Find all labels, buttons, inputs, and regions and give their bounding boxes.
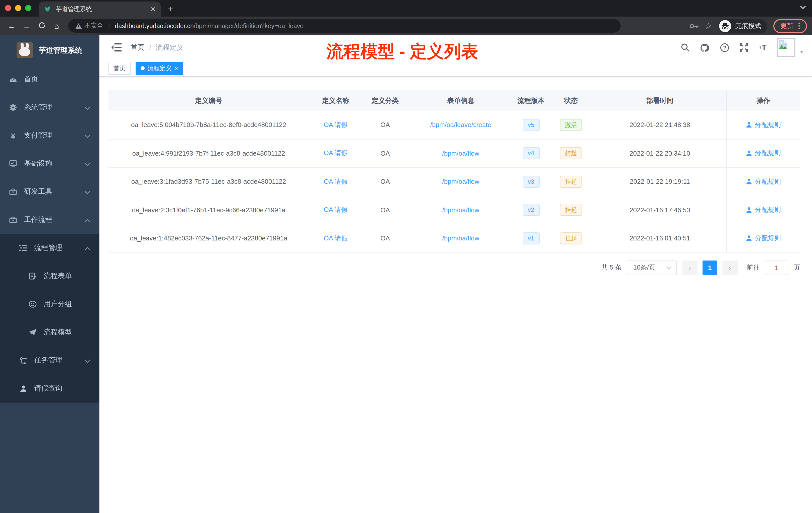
deploy-time: 2022-01-16 17:46:53 — [593, 206, 726, 214]
tab-search-chevron-icon[interactable] — [800, 4, 806, 11]
chevron-down-icon — [84, 160, 90, 168]
incognito-icon — [719, 20, 731, 32]
gear-icon — [9, 103, 17, 112]
definition-name-link[interactable]: OA 请假 — [324, 234, 348, 242]
status-badge: 挂起 — [560, 176, 582, 188]
chevron-down-icon — [84, 188, 90, 196]
key-icon[interactable] — [690, 22, 698, 30]
page-size-value: 10条/页 — [633, 263, 666, 272]
definition-name-link[interactable]: OA 请假 — [324, 149, 348, 157]
version-badge: v1 — [522, 233, 540, 244]
screenshot-stage: 芋道管理系统 ✕ + ← → ⌂ 不安全 | dashboard.yudao.i… — [0, 0, 812, 513]
goto-label: 前往 — [747, 263, 760, 272]
browser-tab-strip: 芋道管理系统 ✕ + — [0, 0, 812, 17]
sidebar-item-workflow[interactable]: 工作流程 — [0, 206, 99, 234]
update-button[interactable]: 更新 — [773, 19, 807, 33]
github-icon[interactable] — [700, 43, 709, 52]
sidebar-item-payment[interactable]: ¥ 支付管理 — [0, 121, 99, 150]
address-bar[interactable]: 不安全 | dashboard.yudao.iocoder.cn/bpm/man… — [68, 19, 621, 33]
reload-icon[interactable] — [35, 21, 48, 30]
sidebar-item-dev-tools[interactable]: 研发工具 — [0, 178, 99, 206]
deploy-time: 2022-01-22 19:19:11 — [593, 178, 726, 185]
toolbox-icon — [9, 188, 17, 196]
form-link[interactable]: /bpm/oa/leave/create — [430, 121, 491, 129]
sidebar-item-process-management[interactable]: 流程管理 — [0, 234, 99, 262]
sidebar-item-label: 工作流程 — [24, 215, 52, 224]
tag-home[interactable]: 首页 — [109, 62, 130, 75]
broken-image-icon — [779, 40, 788, 50]
assign-rule-link[interactable]: 分配规则 — [746, 206, 781, 215]
sidebar-item-home[interactable]: 首页 — [0, 65, 99, 93]
toolbox-icon — [9, 216, 17, 224]
definition-name-link[interactable]: OA 请假 — [324, 121, 348, 128]
maximize-window-button[interactable] — [25, 5, 31, 11]
window-controls — [5, 5, 31, 11]
page-size-select[interactable]: 10条/页 — [627, 260, 677, 275]
assign-rule-link[interactable]: 分配规则 — [746, 234, 781, 243]
url-host: dashboard.yudao.iocoder.cn — [115, 22, 194, 29]
page-content: 定义编号 定义名称 定义分类 表单信息 流程版本 状态 部署时间 操作 oa_l… — [99, 77, 812, 513]
assign-rule-link[interactable]: 分配规则 — [746, 177, 781, 186]
definition-name-link[interactable]: OA 请假 — [324, 178, 348, 185]
definition-category: OA — [362, 206, 408, 214]
col-header: 定义编号 — [109, 96, 309, 105]
sidebar-item-process-form[interactable]: 流程表单 — [0, 262, 99, 290]
update-label: 更新 — [780, 21, 793, 30]
avatar[interactable] — [777, 38, 796, 57]
close-window-button[interactable] — [5, 5, 11, 11]
assign-rule-link[interactable]: 分配规则 — [746, 120, 781, 129]
minimize-window-button[interactable] — [15, 5, 21, 11]
bookmark-star-icon[interactable]: ☆ — [704, 21, 712, 31]
assign-rule-link[interactable]: 分配规则 — [746, 149, 781, 158]
tab-close-icon[interactable]: ✕ — [150, 5, 156, 13]
url-path: /bpm/manager/definition?key=oa_leave — [194, 22, 303, 29]
back-icon[interactable]: ← — [5, 22, 18, 30]
breadcrumb-home[interactable]: 首页 — [130, 43, 145, 52]
toolbar-right: ☆ 无痕模式 更新 — [690, 19, 807, 33]
form-link[interactable]: /bpm/oa/flow — [442, 235, 479, 242]
hamburger-icon[interactable] — [112, 42, 121, 53]
help-icon[interactable]: ? — [720, 43, 729, 52]
table-header-row: 定义编号 定义名称 定义分类 表单信息 流程版本 状态 部署时间 操作 — [109, 90, 800, 111]
definition-table: 定义编号 定义名称 定义分类 表单信息 流程版本 状态 部署时间 操作 oa_l… — [109, 90, 800, 253]
font-size-icon[interactable]: TT — [758, 43, 766, 52]
goto-page-input[interactable] — [765, 260, 788, 275]
definition-name-link[interactable]: OA 请假 — [324, 206, 348, 214]
tag-process-definition[interactable]: 流程定义 × — [136, 62, 183, 75]
table-row: oa_leave:5:004b710b-7b8a-11ec-8ef0-acde4… — [109, 111, 800, 139]
fullscreen-icon[interactable] — [740, 43, 748, 52]
prev-page-button[interactable]: ‹ — [682, 260, 697, 275]
current-page-button[interactable]: 1 — [702, 260, 717, 275]
form-link[interactable]: /bpm/oa/flow — [442, 178, 479, 185]
home-icon[interactable]: ⌂ — [50, 22, 63, 30]
security-warning[interactable]: 不安全 — [75, 22, 103, 30]
col-header: 定义分类 — [362, 96, 408, 105]
search-icon[interactable] — [681, 43, 689, 52]
form-link[interactable]: /bpm/oa/flow — [442, 206, 479, 214]
sidebar-item-task-management[interactable]: 任务管理 — [0, 346, 99, 374]
definition-id: oa_leave:1:482ec033-762a-11ec-8477-a2380… — [109, 235, 309, 242]
sidebar-item-infrastructure[interactable]: 基础设施 — [0, 150, 99, 178]
definition-id: oa_leave:5:004b710b-7b8a-11ec-8ef0-acde4… — [109, 121, 309, 129]
tag-close-icon[interactable]: × — [175, 65, 178, 71]
breadcrumb-current: 流程定义 — [156, 43, 184, 52]
chevron-down-icon — [84, 131, 90, 140]
warning-triangle-icon — [75, 23, 82, 29]
status-badge: 挂起 — [560, 147, 582, 159]
total-count: 共 5 条 — [601, 263, 622, 272]
col-header: 表单信息 — [408, 96, 514, 105]
deploy-time: 2022-01-16 01:40:51 — [593, 235, 726, 242]
browser-tab[interactable]: 芋道管理系统 ✕ — [39, 1, 161, 17]
browser-menu-icon[interactable] — [799, 23, 800, 29]
sidebar-item-system[interactable]: 系统管理 — [0, 93, 99, 121]
sidebar-item-leave-query[interactable]: 请假查询 — [0, 374, 99, 402]
sidebar-header[interactable]: 芋道管理系统 — [0, 35, 99, 65]
form-link[interactable]: /bpm/oa/flow — [442, 150, 479, 157]
sidebar-item-label: 首页 — [24, 75, 38, 84]
avatar-caret-icon[interactable]: ▾ — [800, 49, 803, 55]
new-tab-button[interactable]: + — [168, 1, 173, 17]
sidebar-item-user-group[interactable]: 用户分组 — [0, 290, 99, 318]
forward-icon[interactable]: → — [20, 22, 33, 30]
next-page-button[interactable]: › — [722, 260, 738, 275]
sidebar-item-process-model[interactable]: 流程模型 — [0, 318, 99, 346]
